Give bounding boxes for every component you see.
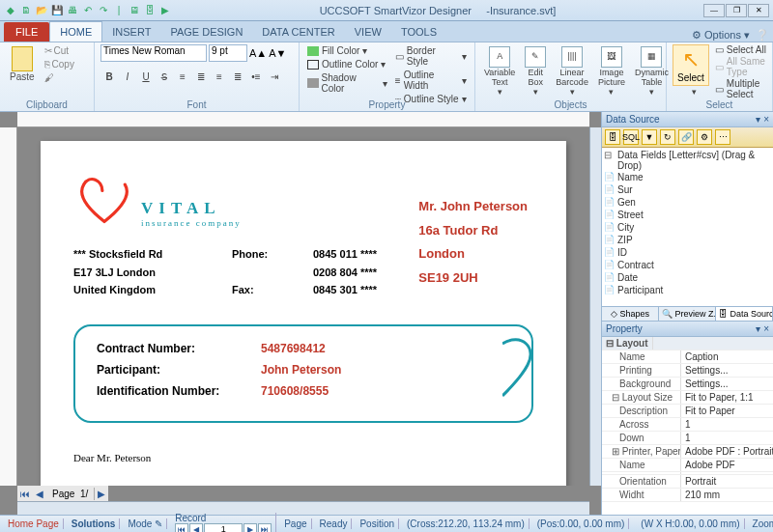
property-row[interactable]: NameAdobe PDF	[602, 459, 773, 472]
page-prev-button[interactable]: ◀	[33, 489, 46, 499]
record-next-button[interactable]: ▶	[243, 523, 257, 532]
ds-sql-icon[interactable]: SQL	[623, 129, 639, 145]
cut-button[interactable]: ✂ Cut	[43, 44, 76, 57]
grow-font-button[interactable]: A▲	[249, 47, 267, 59]
ds-filter-icon[interactable]: ▼	[642, 129, 657, 145]
tab-data-center[interactable]: DATA CENTER	[252, 22, 344, 42]
tab-insert[interactable]: INSERT	[102, 22, 160, 42]
dynamic-table-button[interactable]: ▦Dynamic Table▾	[632, 44, 672, 99]
tree-field[interactable]: Sur	[604, 183, 771, 196]
property-row[interactable]: OrientationPortrait	[602, 475, 773, 489]
panel-menu-icon[interactable]: ▾ ×	[756, 323, 769, 334]
align-center-button[interactable]: ≣	[192, 68, 210, 85]
ds-settings-icon[interactable]: ⚙	[697, 129, 712, 145]
tab-file[interactable]: FILE	[4, 22, 49, 42]
align-right-button[interactable]: ≡	[211, 68, 228, 85]
tree-field[interactable]: ZIP	[604, 234, 771, 246]
tree-root[interactable]: Data Fields [Letter#csv] (Drag & Drop)	[604, 150, 771, 171]
tab-preview-zoom[interactable]: 🔍 Preview Z...	[659, 307, 716, 321]
qat-save-icon[interactable]: 💾	[50, 4, 64, 17]
edit-box-button[interactable]: ✎Edit Box▾	[522, 44, 549, 99]
tree-field[interactable]: Participant	[604, 284, 771, 296]
record-last-button[interactable]: ⏭	[258, 523, 272, 532]
linear-barcode-button[interactable]: ||||Linear Barcode▾	[553, 44, 591, 99]
justify-button[interactable]: ≣	[229, 68, 246, 85]
status-home-link[interactable]: Home Page	[4, 518, 64, 529]
bullets-button[interactable]: •≡	[247, 68, 265, 85]
property-row[interactable]: PrintingSettings...	[602, 364, 773, 378]
tree-field[interactable]: City	[604, 221, 771, 234]
qat-print-icon[interactable]: 🖶	[66, 4, 79, 17]
qat-open-icon[interactable]: 📂	[35, 4, 48, 17]
property-row[interactable]: ⊟ Layout SizeFit to Paper, 1:1	[602, 391, 773, 405]
property-grid[interactable]: ⊟ LayoutNameCaptionPrintingSettings...Ba…	[602, 337, 773, 515]
multiple-select-button[interactable]: ▭ Multiple Select	[715, 78, 766, 99]
property-row[interactable]: DescriptionFit to Paper	[602, 405, 773, 418]
page-first-button[interactable]: ⏮	[17, 489, 33, 499]
options-link[interactable]: ⚙ Options ▾	[692, 29, 750, 42]
select-all-button[interactable]: ▭ Select All	[715, 44, 766, 55]
property-row[interactable]: NameCaption	[602, 350, 773, 364]
italic-button[interactable]: I	[119, 68, 136, 85]
copy-button[interactable]: ⎘ Copy	[43, 58, 76, 70]
scrollbar-vertical[interactable]	[589, 127, 601, 486]
shadow-color-button[interactable]: Shadow Color ▾	[305, 71, 389, 95]
tab-data-source[interactable]: 🗄 Data Source	[716, 307, 773, 321]
ruler-vertical[interactable]	[0, 127, 17, 486]
ds-refresh-icon[interactable]: ↻	[660, 129, 675, 145]
tree-field[interactable]: Street	[604, 209, 771, 221]
qat-db-icon[interactable]: 🗄	[143, 4, 157, 17]
property-row[interactable]: BackgroundSettings...	[602, 378, 773, 391]
variable-text-button[interactable]: AVariable Text▾	[481, 44, 518, 99]
tab-view[interactable]: VIEW	[345, 22, 391, 42]
record-number-input[interactable]	[204, 523, 243, 532]
ruler-horizontal[interactable]	[17, 112, 589, 127]
ds-more-icon[interactable]: ⋯	[715, 129, 730, 145]
all-same-type-button[interactable]: ▭ All Same Type	[715, 56, 766, 77]
tab-page-design[interactable]: PAGE DESIGN	[160, 22, 252, 42]
status-solutions-link[interactable]: Solutions	[68, 518, 121, 529]
qat-undo-icon[interactable]: ↶	[81, 4, 95, 17]
outline-width-button[interactable]: ≡ Outline Width ▾	[393, 69, 469, 92]
page-next-button[interactable]: ▶	[95, 489, 108, 499]
paste-button[interactable]: Paste	[6, 44, 39, 84]
property-row[interactable]: Across1	[602, 418, 773, 432]
help-icon[interactable]: ❔	[756, 29, 769, 42]
record-first-button[interactable]: ⏮	[175, 523, 188, 532]
font-name-select[interactable]: Times New Roman	[100, 44, 207, 62]
record-prev-button[interactable]: ◀	[189, 523, 203, 532]
maximize-button[interactable]: ❐	[726, 4, 747, 17]
close-button[interactable]: ✕	[748, 4, 769, 17]
bold-button[interactable]: B	[100, 68, 118, 85]
tree-field[interactable]: ID	[604, 246, 771, 259]
tab-tools[interactable]: TOOLS	[391, 22, 446, 42]
qat-new-icon[interactable]: 🗎	[19, 4, 33, 17]
property-row[interactable]: Widht210 mm	[602, 489, 773, 502]
shrink-font-button[interactable]: A▼	[269, 47, 286, 59]
font-size-select[interactable]: 9 pt	[209, 44, 247, 62]
border-style-button[interactable]: ▭ Border Style ▾	[393, 44, 469, 68]
page-tab-label[interactable]: Page 1/	[46, 488, 95, 500]
qat-more-icon[interactable]: 🖥	[128, 4, 141, 17]
format-painter-button[interactable]: 🖌	[43, 71, 76, 84]
qat-redo-icon[interactable]: ↷	[97, 4, 110, 17]
canvas[interactable]: VITAL insurance company Mr. John Peterso…	[17, 127, 589, 486]
page[interactable]: VITAL insurance company Mr. John Peterso…	[41, 141, 566, 486]
scrollbar-horizontal[interactable]	[17, 501, 589, 515]
align-left-button[interactable]: ≡	[174, 68, 191, 85]
outline-color-button[interactable]: Outline Color ▾	[305, 58, 389, 70]
image-picture-button[interactable]: 🖼Image Picture▾	[595, 44, 628, 99]
data-fields-tree[interactable]: Data Fields [Letter#csv] (Drag & Drop) N…	[602, 148, 773, 306]
tree-field[interactable]: Date	[604, 271, 771, 284]
minimize-button[interactable]: —	[703, 4, 725, 17]
property-row[interactable]: ⊞ Printer, PaperAdobe PDF : Portrait	[602, 445, 773, 459]
fill-color-button[interactable]: Fill Color ▾	[305, 44, 389, 57]
select-button[interactable]: ↖ Select	[673, 44, 709, 86]
tree-field[interactable]: Contract	[604, 259, 771, 271]
underline-button[interactable]: U	[137, 68, 155, 85]
indent-button[interactable]: ⇥	[266, 68, 283, 85]
tree-field[interactable]: Name	[604, 171, 771, 183]
qat-run-icon[interactable]: ▶	[158, 4, 172, 17]
tab-shapes[interactable]: ◇ Shapes	[602, 307, 659, 321]
ds-db-icon[interactable]: 🗄	[605, 129, 620, 145]
